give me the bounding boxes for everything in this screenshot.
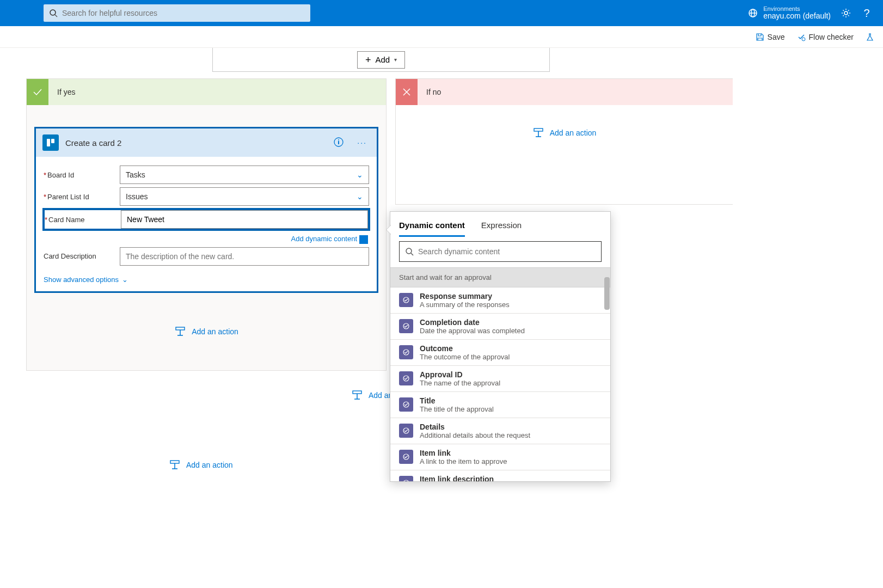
scrollbar-thumb[interactable] [604,277,610,310]
trello-icon [42,134,59,151]
dynamic-content-item[interactable]: Response summaryA summary of the respons… [390,287,610,314]
parent-list-select[interactable]: Issues ⌄ [120,187,369,206]
env-value: enayu.com (default) [763,12,831,20]
svg-point-29 [403,376,409,381]
save-button[interactable]: Save [756,33,785,41]
svg-rect-8 [51,139,54,143]
svg-rect-7 [47,139,50,146]
dynamic-item-desc: The name of the approval [420,379,500,387]
dynamic-item-desc: A summary of the responses [420,301,510,309]
svg-rect-18 [353,391,361,394]
condition-footer: + Add ▾ [212,48,550,72]
add-dynamic-content-link[interactable]: Add dynamic content [291,235,368,243]
approval-icon [399,319,413,333]
flow-checker-button[interactable]: Flow checker [797,33,854,41]
svg-point-6 [802,38,805,41]
action-header[interactable]: Create a card 2 ··· [36,128,377,157]
more-icon[interactable]: ··· [354,138,370,147]
approval-icon [399,397,413,412]
svg-point-0 [50,10,56,15]
dynamic-content-flyout: Dynamic content Expression Start and wai… [390,211,611,482]
dynamic-content-item[interactable]: TitleThe title of the approval [390,392,610,418]
dynamic-content-search[interactable] [399,241,602,262]
add-action-no[interactable]: Add an action [532,127,597,139]
close-icon [396,79,418,105]
svg-rect-15 [534,128,543,131]
chevron-down-icon: ⌄ [122,275,128,284]
svg-point-30 [403,402,409,407]
svg-rect-21 [170,461,179,463]
svg-point-32 [403,454,409,460]
branch-if-yes: If yes Create a card 2 ··· *Board Id [26,78,387,371]
branch-no-label: If no [418,88,441,96]
svg-line-1 [55,15,57,17]
dynamic-item-desc: Date the approval was completed [420,327,525,335]
field-board-id: *Board Id Tasks ⌄ [44,166,369,184]
settings-button[interactable] [841,8,851,19]
environment-picker[interactable]: Environments enayu.com (default) [748,5,831,20]
dynamic-content-item[interactable]: Completion dateDate the approval was com… [390,314,610,340]
dynamic-content-item[interactable]: Item link description [390,470,610,481]
flyout-tabs: Dynamic content Expression [390,212,610,237]
dynamic-content-item[interactable]: Approval IDThe name of the approval [390,366,610,392]
field-card-name: *Card Name [44,209,369,230]
dynamic-content-item[interactable]: DetailsAdditional details about the requ… [390,418,610,444]
svg-point-33 [403,480,409,481]
check-icon [27,79,48,105]
dynamic-item-desc: Additional details about the request [420,431,530,439]
add-action-yes[interactable]: Add an action [174,326,238,338]
add-action-icon [351,389,363,401]
dynamic-item-title: Response summary [420,292,510,301]
add-condition-button[interactable]: + Add ▾ [357,51,405,69]
action-create-card: Create a card 2 ··· *Board Id Tasks ⌄ [34,127,378,293]
search-input[interactable] [62,9,305,17]
dynamic-item-title: Details [420,422,530,431]
info-icon[interactable] [330,137,347,149]
dynamic-search-input[interactable] [418,247,596,256]
dynamic-content-item[interactable]: OutcomeThe outcome of the approval [390,340,610,366]
approval-icon [399,345,413,359]
search-icon [49,9,58,17]
global-search[interactable] [44,4,310,22]
dynamic-item-title: Approval ID [420,370,500,379]
card-name-input[interactable] [121,210,368,229]
card-desc-input[interactable] [120,247,369,266]
add-action-icon [532,127,544,139]
dynamic-toggle-icon [359,235,368,244]
action-title: Create a card 2 [65,138,323,148]
test-button[interactable] [866,33,874,41]
plus-icon: + [365,55,371,65]
svg-rect-12 [176,327,185,330]
svg-point-31 [403,428,409,433]
field-card-description: Card Description [44,247,369,266]
show-advanced-link[interactable]: Show advanced options ⌄ [44,275,369,284]
dynamic-content-list: Response summaryA summary of the respons… [390,287,610,481]
dynamic-content-item[interactable]: Item linkA link to the item to approve [390,444,610,470]
svg-point-26 [403,297,409,303]
env-label: Environments [763,5,831,12]
tab-expression[interactable]: Expression [481,216,522,237]
dynamic-item-desc: The outcome of the approval [420,353,510,361]
app-header: Environments enayu.com (default) ? [0,0,883,26]
svg-line-25 [411,253,413,255]
approval-icon [399,371,413,385]
approval-icon [399,450,413,464]
designer-toolbar: Save Flow checker [0,26,883,48]
tab-dynamic-content[interactable]: Dynamic content [399,216,465,237]
branch-if-no: If no Add an action [395,78,733,205]
flow-checker-icon [797,33,806,41]
gear-icon [841,8,851,18]
help-button[interactable]: ? [861,8,872,19]
dynamic-item-title: Title [420,396,494,405]
add-action-icon [169,459,181,471]
add-action-bottom[interactable]: Add an action [169,459,233,471]
approval-icon [399,476,413,481]
board-id-select[interactable]: Tasks ⌄ [120,166,369,184]
chevron-down-icon: ▾ [394,57,397,63]
field-parent-list: *Parent List Id Issues ⌄ [44,187,369,206]
chevron-down-icon: ⌄ [357,192,363,201]
designer-canvas: + Add ▾ If yes Create a card 2 [0,48,883,538]
chevron-down-icon: ⌄ [357,170,363,179]
globe-icon [748,8,758,18]
search-icon [405,247,414,256]
